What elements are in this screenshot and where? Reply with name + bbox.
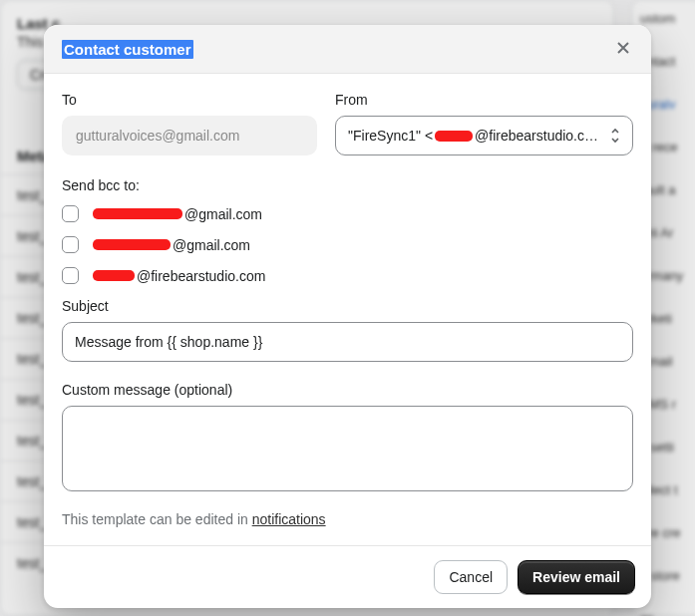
hint-text: This template can be edited in — [62, 511, 252, 527]
chevron-up-down-icon — [608, 127, 622, 145]
notifications-link[interactable]: notifications — [252, 511, 326, 527]
modal-body: To gutturalvoices@gmail.com From "FireSy… — [44, 74, 651, 545]
bcc-label: Send bcc to: — [62, 177, 633, 193]
modal-title: Contact customer — [62, 40, 193, 59]
from-field: From "FireSync1" < @firebearstudio.c… — [335, 92, 633, 155]
subject-input[interactable] — [62, 322, 633, 362]
bcc-checkbox[interactable] — [62, 267, 79, 284]
bcc-redacted — [93, 208, 182, 219]
from-redacted — [435, 131, 473, 142]
to-field: To gutturalvoices@gmail.com — [62, 92, 317, 155]
message-textarea[interactable] — [62, 406, 633, 491]
message-field: Custom message (optional) — [62, 382, 633, 491]
review-email-button[interactable]: Review email — [518, 560, 635, 594]
contact-customer-modal: Contact customer To gutturalvoices@gmail… — [44, 25, 651, 608]
to-input: gutturalvoices@gmail.com — [62, 116, 317, 155]
modal-header: Contact customer — [44, 25, 651, 74]
bcc-email-suffix: @gmail.com — [184, 206, 262, 222]
from-select[interactable]: "FireSync1" < @firebearstudio.c… — [335, 116, 633, 155]
bcc-checkbox[interactable] — [62, 236, 79, 253]
bcc-redacted — [93, 270, 135, 281]
cancel-button[interactable]: Cancel — [434, 560, 508, 594]
bcc-email: @gmail.com — [91, 206, 262, 222]
modal-footer: Cancel Review email — [44, 545, 651, 608]
to-label: To — [62, 92, 317, 108]
bcc-item: @gmail.com — [62, 205, 633, 222]
subject-label: Subject — [62, 298, 633, 314]
bcc-item: @gmail.com — [62, 236, 633, 253]
from-label: From — [335, 92, 633, 108]
bcc-redacted — [93, 239, 171, 250]
bcc-email: @firebearstudio.com — [91, 268, 265, 284]
bcc-email-suffix: @firebearstudio.com — [137, 268, 265, 284]
to-value: gutturalvoices@gmail.com — [76, 128, 239, 144]
bcc-email-suffix: @gmail.com — [173, 237, 250, 253]
template-hint: This template can be edited in notificat… — [62, 511, 633, 527]
close-icon — [616, 41, 630, 58]
bcc-checkbox[interactable] — [62, 205, 79, 222]
bcc-section: Send bcc to: @gmail.com@gmail.com@firebe… — [62, 177, 633, 284]
bcc-item: @firebearstudio.com — [62, 267, 633, 284]
close-button[interactable] — [613, 39, 633, 59]
message-label: Custom message (optional) — [62, 382, 633, 398]
from-prefix: "FireSync1" < — [348, 128, 433, 144]
from-suffix: @firebearstudio.c… — [475, 128, 598, 144]
bcc-email: @gmail.com — [91, 237, 250, 253]
subject-field: Subject — [62, 298, 633, 362]
